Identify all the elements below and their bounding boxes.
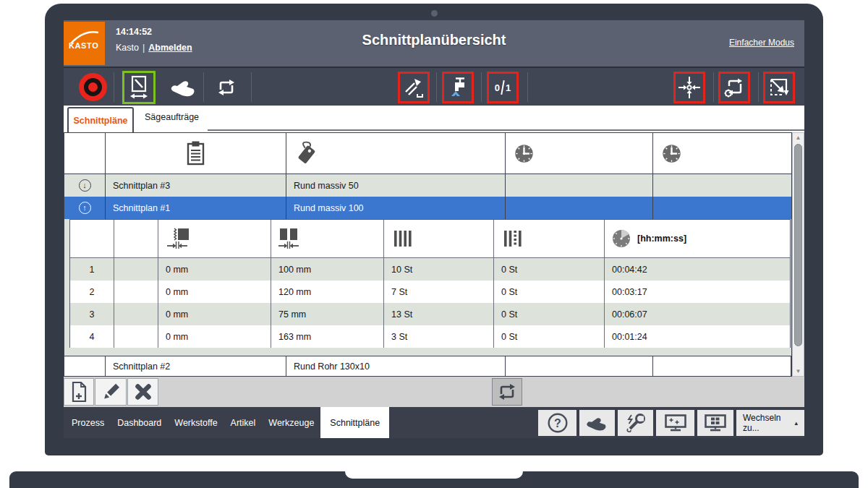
plan-detail-zone: [hh:mm:ss] 1 0 mm 100 mm 10 St 0 St 00:0… [64,219,791,356]
nav-item-dashboard[interactable]: Dashboard [111,418,168,428]
expand-cell[interactable]: ↑ [64,197,106,219]
toolbar-separator [436,72,437,102]
ramp-feed-icon [403,77,425,98]
action-bar [64,377,804,407]
piece-count-icon [393,229,412,248]
detail-time-cell: 00:01:24 [605,325,790,348]
os-monitor-windows-icon [704,414,727,432]
move-to-center-button[interactable] [673,72,705,103]
collapse-up-icon[interactable]: ↑ [79,202,91,214]
laptop-mockup: KASTO 14:14:52 Kasto|Abmelden Schnittpla… [0,0,868,488]
material-cell: Rund Rohr 130x10 [286,356,506,376]
detail-qty-cell: 7 St [384,281,494,303]
detail-kerf-cell: 0 mm [158,325,271,348]
coolant-tap-icon [447,77,469,98]
detail-rest-cell: 0 St [494,303,605,325]
nav-item-schnittplaene-active[interactable]: Schnittpläne [320,407,389,438]
detail-row[interactable]: 4 0 mm 163 mm 3 St 0 St 00:01:24 [70,325,790,348]
detail-row[interactable]: 3 0 mm 75 mm 13 St 0 St 00:06:07 [70,303,790,325]
ramp-feed-button[interactable] [398,72,430,103]
detail-num-cell: 3 [70,303,114,325]
time2-cell [653,197,791,219]
table-row[interactable]: Schnittplan #2 Rund Rohr 130x10 [64,356,791,376]
cycle-settings-icon [723,76,746,99]
scroll-down-arrow[interactable]: ▼ [793,368,804,374]
grab-mode-button[interactable] [579,410,615,436]
detail-kerf-cell: 0 mm [158,281,271,303]
detail-spare-cell [114,325,158,348]
machine-toolbar: 01 [64,67,804,106]
edit-plan-button[interactable] [95,378,127,406]
emergency-stop-button[interactable] [79,73,107,101]
cycle-settings-button[interactable] [718,72,750,103]
detail-header-qty [384,220,494,257]
detail-length-cell: 75 mm [271,303,384,325]
delete-cross-icon [134,382,153,401]
detail-kerf-cell: 0 mm [158,303,271,325]
clock-icon [514,144,534,163]
expand-down-icon[interactable]: ↓ [79,179,91,192]
grab-hand-button[interactable] [169,77,198,101]
nav-item-prozess[interactable]: Prozess [65,418,111,428]
duration-clock-icon [612,229,631,248]
power-0-1-icon: 01 [495,80,511,95]
scrollbar-thumb[interactable] [794,144,802,346]
material-cell: Rund massiv 50 [286,174,506,197]
nav-item-werkstoffe[interactable]: Werkstoffe [168,418,224,428]
material-cell: Rund massiv 100 [286,197,506,219]
detail-row[interactable]: 1 0 mm 100 mm 10 St 0 St 00:04:42 [70,258,790,281]
toolbar-separator [481,72,482,102]
power-zero: 0 [495,82,500,93]
help-circle-icon: ? [547,412,569,434]
detail-row[interactable]: 2 0 mm 120 mm 7 St 0 St 00:03:17 [70,281,790,303]
measure-frame-button[interactable] [122,71,156,104]
table-row[interactable]: ↓ Schnittplan #3 Rund massiv 50 [64,174,791,197]
tab-schnittplaene[interactable]: Schnittpläne [67,107,134,132]
scroll-up-arrow[interactable]: ▲ [793,134,804,141]
time2-cell [653,356,791,376]
delete-plan-button[interactable] [127,378,158,406]
toolbar-separator [203,72,204,102]
os-desktop-button[interactable] [697,410,733,436]
retract-diagonal-button[interactable] [763,72,795,103]
service-tools-button[interactable] [618,410,653,436]
nav-item-werkzeuge[interactable]: Werkzeuge [262,418,320,428]
header-expand-column [64,133,106,174]
table-row-selected[interactable]: ↑ Schnittplan #1 Rund massiv 100 [64,197,791,219]
grab-hand-icon [169,77,198,98]
service-tools-icon [625,413,647,433]
grab-hand-icon [585,414,609,432]
clock-icon [662,144,681,163]
material-tag-icon [295,140,321,166]
vertical-scrollbar[interactable]: ▲ ▼ [792,132,804,377]
cycle-loop-button[interactable] [216,77,237,100]
nav-item-artikel[interactable]: Artikel [224,418,263,428]
power-0-1-button[interactable]: 01 [487,72,519,103]
detail-num-cell: 1 [70,258,114,281]
new-document-icon [70,381,88,403]
laptop-base-notch [345,471,523,479]
detail-length-cell: 163 mm [271,325,384,348]
detail-spare-cell [114,281,158,303]
page-title: Schnittplanübersicht [64,32,804,48]
detail-rest-cell: 0 St [494,258,605,281]
tab-saegeauftraege[interactable]: Sägeaufträge [145,112,199,122]
run-cycle-button[interactable] [492,378,522,406]
webcam-dot [431,10,438,17]
detail-header-spare [114,220,158,257]
new-plan-button[interactable] [64,378,94,406]
cycle-loop-icon [496,382,518,402]
coolant-tap-button[interactable] [442,72,474,103]
help-button[interactable]: ? [538,410,576,436]
power-one: 1 [506,82,511,93]
switch-to-button[interactable]: Wechseln zu... ▴ [736,410,804,436]
cycle-loop-icon [216,77,237,98]
detail-time-cell: 00:04:42 [605,258,790,281]
toolbar-separator [251,72,252,102]
simple-mode-link[interactable]: Einfacher Modus [729,38,794,48]
expand-cell[interactable] [64,356,106,376]
detail-length-cell: 100 mm [271,258,384,281]
clean-screen-button[interactable] [656,410,694,436]
header-plan-column [106,133,286,174]
expand-cell[interactable]: ↓ [64,174,106,197]
